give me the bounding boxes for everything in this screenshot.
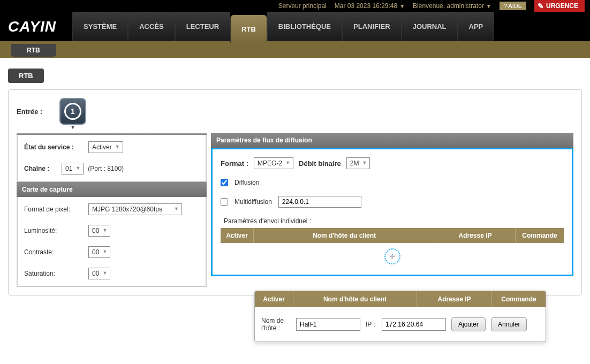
topbar: Serveur principal Mar 03 2023 16:29:48▼ …: [0, 0, 590, 12]
main-nav: SYSTÈME ACCÈS LECTEUR RTB BIBLIOTHÈQUE P…: [72, 12, 494, 41]
th-cmd: Commande: [516, 228, 564, 243]
urgence-button[interactable]: URGENCE: [534, 0, 585, 12]
luminosite-label: Luminosité:: [24, 227, 88, 234]
pixel-select[interactable]: MJPG 1280x720@60fps: [88, 203, 182, 215]
pixel-label: Format de pixel:: [24, 206, 88, 213]
subtab-rtb[interactable]: RTB: [11, 44, 56, 57]
bitrate-label: Débit binaire: [299, 160, 341, 168]
format-label: Format :: [221, 160, 248, 168]
send-params-label: Paramètres d'envoi individuel :: [224, 217, 564, 225]
page-title: RTB: [8, 69, 44, 83]
add-client-button[interactable]: +: [384, 248, 400, 264]
left-column: État du service : Activer Chaîne : 01 (P…: [17, 133, 207, 287]
client-table-header: Activer Nom d'hôte du client Adresse IP …: [221, 228, 564, 243]
add-client-popup: Activer Nom d'hôte du client Adresse IP …: [254, 291, 546, 306]
logo: CAYIN: [8, 18, 56, 35]
popup-header: Activer Nom d'hôte du client Adresse IP …: [255, 291, 546, 306]
nav-planifier[interactable]: PLANIFIER: [342, 12, 402, 41]
multidiffusion-input[interactable]: [278, 196, 361, 208]
nav-systeme[interactable]: SYSTÈME: [72, 12, 128, 41]
entry-number: 1: [64, 103, 81, 120]
header: CAYIN SYSTÈME ACCÈS LECTEUR RTB BIBLIOTH…: [0, 12, 590, 43]
th-nom: Nom d'hôte du client: [254, 228, 435, 243]
etat-select[interactable]: Activer: [88, 141, 123, 153]
user-dropdown[interactable]: Bienvenue, administrator▼: [413, 2, 491, 10]
popup-th-cmd: Commande: [492, 291, 546, 306]
content: RTB Entrée : 1 État du service : Activer…: [0, 58, 590, 306]
diffusion-label: Diffusion: [235, 179, 259, 186]
luminosite-select[interactable]: 00: [88, 225, 110, 237]
bitrate-select[interactable]: 2M: [346, 157, 370, 169]
subnav: RTB: [0, 43, 590, 58]
multidiffusion-label: Multidiffusion: [235, 198, 272, 206]
saturation-label: Saturation:: [24, 270, 88, 277]
add-row: +: [221, 243, 564, 267]
nav-bibliotheque[interactable]: BIBLIOTHÈQUE: [267, 12, 342, 41]
right-column: Paramètres de flux de diffusion Format :…: [211, 133, 573, 287]
entry-row: Entrée : 1: [17, 98, 573, 125]
entry-label: Entrée :: [17, 108, 49, 116]
nav-journal[interactable]: JOURNAL: [402, 12, 458, 41]
contraste-label: Contraste:: [24, 248, 88, 256]
help-button[interactable]: ? AIDE: [500, 2, 526, 10]
capture-section: Format de pixel: MJPG 1280x720@60fps Lum…: [17, 197, 207, 287]
th-ip: Adresse IP: [435, 228, 516, 243]
chevron-down-icon: ▼: [486, 3, 491, 9]
popup-th-ip: Adresse IP: [417, 291, 492, 306]
send-params: Paramètres d'envoi individuel : Activer …: [221, 217, 564, 267]
chevron-down-icon: ▼: [399, 3, 405, 9]
nav-rtb[interactable]: RTB: [230, 15, 267, 43]
saturation-select[interactable]: 00: [88, 268, 110, 279]
service-section: État du service : Activer Chaîne : 01 (P…: [17, 135, 207, 182]
popup-th-activer: Activer: [255, 291, 293, 306]
popup-th-nom: Nom d'hôte du client: [293, 291, 417, 306]
nav-app[interactable]: APP: [458, 12, 495, 41]
nav-lecteur[interactable]: LECTEUR: [175, 12, 230, 41]
contraste-select[interactable]: 00: [88, 246, 110, 258]
stream-header: Paramètres de flux de diffusion: [211, 133, 573, 148]
stream-box: Format : MPEG-2 Débit binaire 2M Diffusi…: [211, 148, 573, 276]
chaine-select[interactable]: 01: [62, 163, 84, 175]
etat-label: État du service :: [24, 143, 88, 151]
multidiffusion-checkbox[interactable]: [221, 198, 228, 206]
chaine-label: Chaîne :: [24, 165, 62, 172]
datetime-dropdown[interactable]: Mar 03 2023 16:29:48▼: [335, 2, 405, 10]
th-activer: Activer: [221, 228, 254, 243]
nav-acces[interactable]: ACCÈS: [128, 12, 175, 41]
server-label: Serveur principal: [278, 2, 327, 10]
main-panel: Entrée : 1 État du service : Activer Cha…: [8, 89, 582, 295]
format-select[interactable]: MPEG-2: [254, 157, 293, 169]
diffusion-checkbox[interactable]: [221, 179, 228, 186]
port-text: (Port : 8100): [88, 165, 124, 172]
entry-selector[interactable]: 1: [59, 98, 86, 125]
capture-header: Carte de capture: [17, 182, 207, 197]
